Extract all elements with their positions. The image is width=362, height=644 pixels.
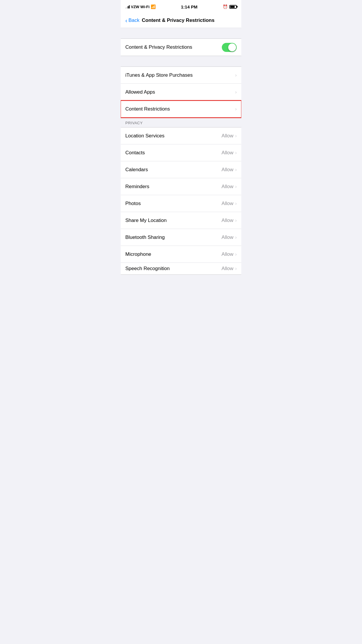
reminders-right: Allow › (222, 184, 237, 190)
content: Content & Privacy Restrictions iTunes & … (121, 28, 241, 275)
allowed-apps-chevron-icon: › (235, 90, 237, 95)
page-title: Content & Privacy Restrictions (142, 18, 214, 23)
speech-recognition-chevron-icon: › (235, 266, 237, 271)
status-bar: VZW Wi-Fi 📶 1:14 PM ⏰ (121, 0, 241, 13)
toggle-label: Content & Privacy Restrictions (125, 44, 192, 50)
share-my-location-label: Share My Location (125, 218, 167, 223)
photos-label: Photos (125, 201, 141, 206)
content-privacy-toggle-row[interactable]: Content & Privacy Restrictions (121, 39, 241, 56)
contacts-right: Allow › (222, 150, 237, 156)
allowed-apps-right: › (235, 90, 237, 95)
wifi-icon: 📶 (151, 4, 156, 9)
photos-chevron-icon: › (235, 201, 237, 206)
battery-icon (229, 5, 237, 9)
speech-recognition-right: Allow › (222, 266, 237, 272)
share-my-location-value: Allow (222, 218, 233, 223)
bluetooth-sharing-right: Allow › (222, 235, 237, 240)
itunes-chevron-icon: › (235, 73, 237, 78)
top-spacer (121, 28, 241, 38)
microphone-label: Microphone (125, 251, 151, 257)
mid-spacer (121, 56, 241, 66)
reminders-chevron-icon: › (235, 184, 237, 189)
calendars-value: Allow (222, 167, 233, 173)
reminders-row[interactable]: Reminders Allow › (121, 178, 241, 195)
location-services-value: Allow (222, 133, 233, 139)
signal-bars-icon (125, 5, 130, 8)
itunes-row[interactable]: iTunes & App Store Purchases › (121, 67, 241, 84)
bluetooth-sharing-value: Allow (222, 235, 233, 240)
time-label: 1:14 PM (181, 4, 198, 9)
privacy-section: Location Services Allow › Contacts Allow… (121, 127, 241, 275)
battery-fill (230, 6, 235, 8)
microphone-row[interactable]: Microphone Allow › (121, 246, 241, 263)
back-chevron-icon: ‹ (125, 18, 127, 23)
location-services-chevron-icon: › (235, 133, 237, 139)
status-right: ⏰ (223, 4, 237, 9)
location-services-label: Location Services (125, 133, 164, 139)
allowed-apps-label: Allowed Apps (125, 89, 155, 95)
itunes-label: iTunes & App Store Purchases (125, 72, 193, 78)
location-services-row[interactable]: Location Services Allow › (121, 127, 241, 144)
status-left: VZW Wi-Fi 📶 (125, 4, 156, 9)
photos-right: Allow › (222, 201, 237, 206)
calendars-right: Allow › (222, 167, 237, 173)
content-restrictions-label: Content Restrictions (125, 106, 170, 112)
share-my-location-chevron-icon: › (235, 218, 237, 223)
speech-recognition-row[interactable]: Speech Recognition Allow › (121, 263, 241, 274)
content-privacy-toggle[interactable] (222, 43, 237, 52)
speech-recognition-label: Speech Recognition (125, 266, 170, 272)
contacts-label: Contacts (125, 150, 145, 156)
toggle-knob (228, 43, 236, 51)
itunes-right: › (235, 73, 237, 78)
content-restrictions-right: › (235, 106, 237, 112)
privacy-section-label: PRIVACY (125, 121, 143, 125)
contacts-row[interactable]: Contacts Allow › (121, 144, 241, 161)
bluetooth-sharing-label: Bluetooth Sharing (125, 235, 165, 240)
bluetooth-sharing-row[interactable]: Bluetooth Sharing Allow › (121, 229, 241, 246)
calendars-label: Calendars (125, 167, 148, 173)
microphone-right: Allow › (222, 251, 237, 257)
alarm-icon: ⏰ (223, 4, 228, 9)
calendars-row[interactable]: Calendars Allow › (121, 161, 241, 178)
nav-bar: ‹ Back Content & Privacy Restrictions (121, 13, 241, 28)
toggle-section: Content & Privacy Restrictions (121, 38, 241, 56)
photos-row[interactable]: Photos Allow › (121, 195, 241, 212)
carrier-label: VZW Wi-Fi (131, 5, 150, 9)
location-services-right: Allow › (222, 133, 237, 139)
allowed-apps-row[interactable]: Allowed Apps › (121, 84, 241, 101)
share-my-location-row[interactable]: Share My Location Allow › (121, 212, 241, 229)
calendars-chevron-icon: › (235, 167, 237, 172)
share-my-location-right: Allow › (222, 218, 237, 223)
reminders-label: Reminders (125, 184, 149, 190)
speech-recognition-value: Allow (222, 266, 233, 272)
privacy-section-header: PRIVACY (121, 118, 241, 127)
reminders-value: Allow (222, 184, 233, 190)
back-button[interactable]: ‹ Back (125, 18, 139, 23)
contacts-chevron-icon: › (235, 150, 237, 155)
photos-value: Allow (222, 201, 233, 206)
menu-section: iTunes & App Store Purchases › Allowed A… (121, 66, 241, 118)
microphone-value: Allow (222, 251, 233, 257)
bluetooth-sharing-chevron-icon: › (235, 235, 237, 240)
content-restrictions-row[interactable]: Content Restrictions › (121, 101, 241, 118)
back-label: Back (129, 18, 140, 23)
microphone-chevron-icon: › (235, 252, 237, 257)
content-restrictions-chevron-icon: › (235, 106, 237, 112)
contacts-value: Allow (222, 150, 233, 156)
